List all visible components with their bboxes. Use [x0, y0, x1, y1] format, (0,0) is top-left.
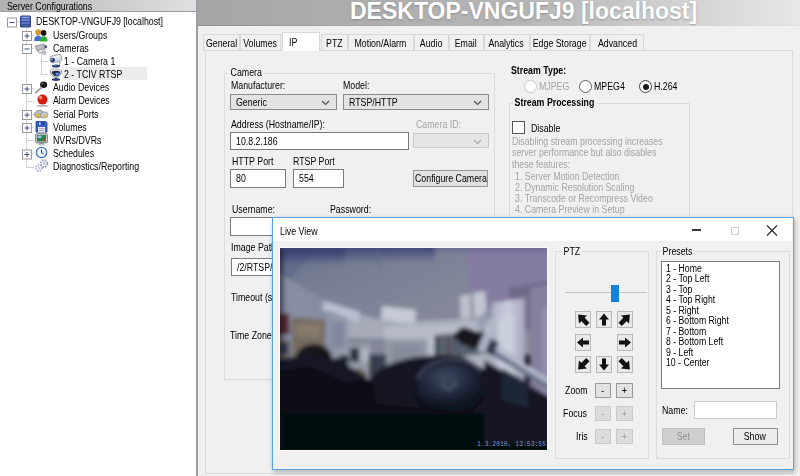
svg-text:1.3.2010, 13:53:55: 1.3.2010, 13:53:55: [477, 441, 546, 448]
